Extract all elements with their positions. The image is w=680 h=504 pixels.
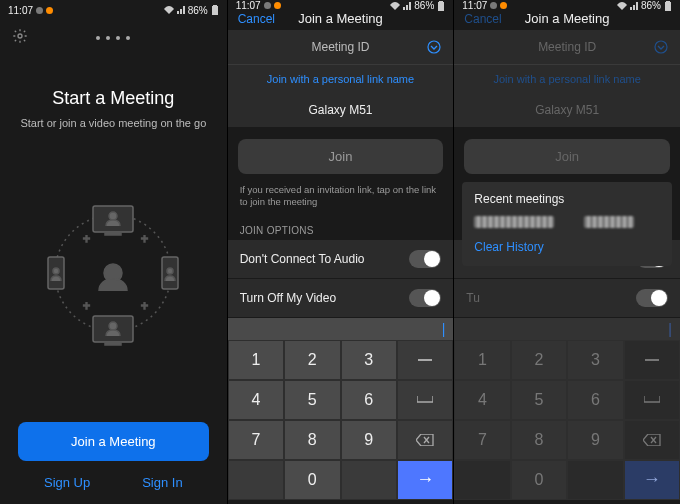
key-blank xyxy=(341,460,397,500)
status-dot-icon xyxy=(36,7,43,14)
page-title: Start a Meeting xyxy=(0,88,227,109)
invitation-note: If you received an invitation link, tap … xyxy=(228,180,454,219)
key-5[interactable]: 5 xyxy=(284,380,340,420)
status-bar: 11:07 86% xyxy=(228,0,454,11)
key-0[interactable]: 0 xyxy=(511,460,567,500)
keypad-input[interactable]: | xyxy=(454,318,680,340)
svg-text:+: + xyxy=(83,299,90,313)
display-name-field[interactable]: Galaxy M51 xyxy=(454,93,680,127)
svg-rect-28 xyxy=(665,2,671,11)
key-1[interactable]: 1 xyxy=(454,340,510,380)
status-dot-icon xyxy=(46,7,53,14)
key-8[interactable]: 8 xyxy=(284,420,340,460)
meeting-illustration: + + + + xyxy=(0,129,227,416)
key-0[interactable]: 0 xyxy=(284,460,340,500)
clear-history-button[interactable]: Clear History xyxy=(474,240,543,254)
key-2[interactable]: 2 xyxy=(511,340,567,380)
personal-link-button[interactable]: Join with a personal link name xyxy=(454,65,680,93)
header-title: Join a Meeting xyxy=(298,11,383,26)
svg-text:+: + xyxy=(141,299,148,313)
video-toggle[interactable] xyxy=(409,289,441,307)
signin-link[interactable]: Sign In xyxy=(142,475,182,490)
page-subtitle: Start or join a video meeting on the go xyxy=(0,117,227,129)
svg-point-30 xyxy=(655,41,667,53)
key-go[interactable]: → xyxy=(397,460,453,500)
status-battery: 86% xyxy=(414,0,434,11)
status-bar: 11:07 86% xyxy=(454,0,680,11)
status-time: 11:07 xyxy=(8,5,33,16)
option-turn-off-video: Turn Off My Video xyxy=(228,279,454,318)
option-dont-connect-audio: Don't Connect To Audio xyxy=(228,240,454,279)
signup-link[interactable]: Sign Up xyxy=(44,475,90,490)
svg-rect-1 xyxy=(213,5,217,6)
svg-point-2 xyxy=(18,34,22,38)
status-bar: 11:07 86% xyxy=(0,0,227,20)
key-1[interactable]: 1 xyxy=(228,340,284,380)
numeric-keypad: | 1 2 3 4 5 6 7 8 9 0 → xyxy=(228,318,454,504)
key-backspace[interactable] xyxy=(624,420,680,460)
option-turn-off-video: Tu xyxy=(454,279,680,318)
key-blank xyxy=(228,460,284,500)
key-go[interactable]: → xyxy=(624,460,680,500)
key-4[interactable]: 4 xyxy=(228,380,284,420)
svg-point-6 xyxy=(109,212,117,220)
gear-icon[interactable] xyxy=(12,28,28,44)
audio-toggle[interactable] xyxy=(409,250,441,268)
personal-link-button[interactable]: Join with a personal link name xyxy=(228,65,454,93)
key-6[interactable]: 6 xyxy=(341,380,397,420)
status-dot-icon xyxy=(490,2,497,9)
redacted-meeting-id xyxy=(474,216,554,228)
screen-join-meeting-history: 11:07 86% Cancel Join a Meeting Meeting … xyxy=(453,0,680,504)
key-2[interactable]: 2 xyxy=(284,340,340,380)
svg-point-9 xyxy=(109,322,117,330)
display-name-field[interactable]: Galaxy M51 xyxy=(228,93,454,127)
svg-rect-22 xyxy=(418,359,432,361)
recent-meeting-item[interactable] xyxy=(474,216,660,228)
key-dash[interactable] xyxy=(397,340,453,380)
key-5[interactable]: 5 xyxy=(511,380,567,420)
meeting-id-field[interactable]: Meeting ID xyxy=(454,30,680,65)
chevron-down-icon[interactable] xyxy=(654,40,668,54)
key-space[interactable] xyxy=(624,380,680,420)
key-9[interactable]: 9 xyxy=(341,420,397,460)
svg-rect-7 xyxy=(105,232,121,235)
status-icons: 86% xyxy=(617,0,672,11)
svg-rect-20 xyxy=(439,1,443,2)
svg-rect-10 xyxy=(105,342,121,345)
chevron-down-icon[interactable] xyxy=(427,40,441,54)
join-meeting-button[interactable]: Join a Meeting xyxy=(18,422,209,461)
join-button[interactable]: Join xyxy=(464,139,670,174)
join-options-label: JOIN OPTIONS xyxy=(228,219,454,240)
key-backspace[interactable] xyxy=(397,420,453,460)
key-7[interactable]: 7 xyxy=(454,420,510,460)
key-7[interactable]: 7 xyxy=(228,420,284,460)
svg-rect-0 xyxy=(212,6,218,15)
key-6[interactable]: 6 xyxy=(567,380,623,420)
svg-point-12 xyxy=(53,268,59,274)
status-time: 11:07 xyxy=(236,0,261,11)
key-4[interactable]: 4 xyxy=(454,380,510,420)
video-toggle[interactable] xyxy=(636,289,668,307)
status-battery: 86% xyxy=(641,0,661,11)
key-blank xyxy=(454,460,510,500)
status-dot-icon xyxy=(274,2,281,9)
join-button[interactable]: Join xyxy=(238,139,444,174)
key-3[interactable]: 3 xyxy=(567,340,623,380)
keypad-input[interactable]: | xyxy=(228,318,454,340)
meeting-id-placeholder: Meeting ID xyxy=(538,40,596,54)
status-icons: 86% xyxy=(164,5,219,16)
key-dash[interactable] xyxy=(624,340,680,380)
status-icons: 86% xyxy=(390,0,445,11)
numeric-keypad: | 1 2 3 4 5 6 7 8 9 0 → xyxy=(454,318,680,504)
key-9[interactable]: 9 xyxy=(567,420,623,460)
meeting-id-placeholder: Meeting ID xyxy=(311,40,369,54)
cancel-button[interactable]: Cancel xyxy=(238,12,275,26)
meeting-id-field[interactable]: Meeting ID xyxy=(228,30,454,65)
redacted-meeting-name xyxy=(584,216,634,228)
cancel-button[interactable]: Cancel xyxy=(464,12,501,26)
key-8[interactable]: 8 xyxy=(511,420,567,460)
key-space[interactable] xyxy=(397,380,453,420)
key-3[interactable]: 3 xyxy=(341,340,397,380)
status-dot-icon xyxy=(500,2,507,9)
svg-text:+: + xyxy=(83,232,90,246)
